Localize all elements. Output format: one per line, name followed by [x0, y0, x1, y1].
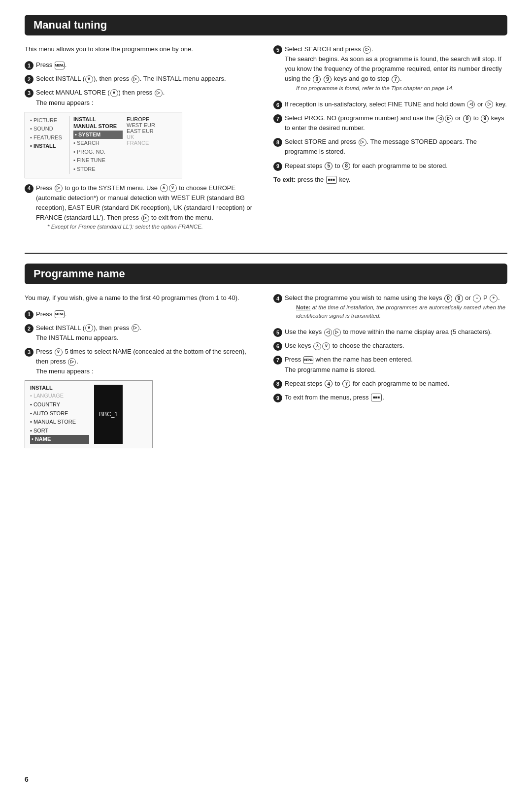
step-2-body: Select INSTALL (∨), then press ▷. The IN… — [36, 74, 259, 84]
step-1-4: 4 Press ▷ to go to the SYSTEM menu. Use … — [25, 183, 259, 234]
s2-step-9-body: To exit from the menus, press ■■■. — [285, 393, 507, 402]
s2-step-1-body: Press MENU. — [36, 309, 259, 319]
exit-icon: ■■■ — [326, 176, 337, 184]
step-9-body: Repeat steps 5 to 8 for each programme t… — [285, 161, 507, 171]
to-exit-label: To exit: — [273, 176, 296, 183]
step-1-press: Press — [36, 61, 54, 68]
s2-down-icon: ∨ — [55, 348, 63, 356]
s2-plus-icon: + — [490, 295, 498, 302]
num0b-icon: 0 — [463, 115, 471, 123]
s2-step-num-2: 2 — [25, 324, 33, 333]
step-1-1: 1 Press MENU. — [25, 60, 259, 70]
s2-right-icon: ▷ — [132, 324, 139, 332]
menu2-left: INSTALL • LANGUAGE • COUNTRY • AUTO STOR… — [30, 385, 89, 444]
section1-left-col: This menu allows you to store the progra… — [25, 44, 259, 238]
left2-icon: ◁ — [436, 115, 444, 123]
s2-menu-icon: MENU — [55, 310, 65, 318]
s2-step-8-body: Repeat steps 4 to 7 for each programme t… — [285, 379, 507, 389]
s2-step-5: 5 Use the keys ◁▷ to move within the nam… — [273, 327, 507, 337]
step-num-4: 4 — [25, 184, 33, 193]
step-1-2: 2 Select INSTALL (∨), then press ▷. The … — [25, 74, 259, 84]
s2-minus-icon: − — [473, 295, 481, 302]
menu2-header: INSTALL — [30, 385, 89, 391]
menu-item-progno: PROG. NO. — [73, 148, 123, 157]
menu-main: INSTALL MANUAL STORE • SYSTEM SEARCH PRO… — [73, 116, 123, 174]
s2-menu2-icon: MENU — [303, 356, 313, 364]
step-1-8: 8 Select STORE and press ▷. The message … — [273, 137, 507, 157]
step7-ref-icon: 7 — [392, 75, 399, 83]
s2-step-3-body: Press ∨ 5 times to select NAME (conceale… — [36, 347, 259, 376]
menu-europe: EUROPE — [127, 116, 155, 122]
menu-sidebar-features: FEATURES — [30, 133, 65, 142]
step-1-7: 7 Select PROG. NO (programme number) and… — [273, 113, 507, 133]
menu-item-search: SEARCH — [73, 139, 123, 148]
menu2-manualstore: • MANUAL STORE — [30, 418, 89, 427]
right2-icon: ▷ — [155, 89, 163, 97]
menu-france: FRANCE — [127, 140, 155, 146]
s2-updown-icon: ∨ — [85, 324, 93, 332]
section1-title: Manual tuning — [25, 15, 507, 35]
s2-step-num-5: 5 — [273, 328, 282, 337]
menu-westeur: WEST EUR — [127, 122, 155, 128]
s2-step-num-9: 9 — [273, 394, 282, 402]
right5-icon: ▷ — [363, 46, 371, 54]
step-3-body: Select MANUAL STORE (∨) then press ▷. Th… — [36, 88, 259, 107]
section-divider — [25, 253, 507, 254]
menu2-language: • LANGUAGE — [30, 392, 89, 400]
s2-step-6: 6 Use keys ∧∨ to choose the characters. — [273, 341, 507, 351]
section-manual-tuning: Manual tuning This menu allows you to st… — [25, 15, 507, 238]
s2-step4-ref: 4 — [325, 380, 332, 388]
menu-diagram-2: INSTALL • LANGUAGE • COUNTRY • AUTO STOR… — [25, 380, 153, 448]
section2-intro: You may, if you wish, give a name to the… — [25, 293, 259, 303]
menu2-name: • NAME — [30, 435, 89, 444]
s2-down2-icon: ∨ — [322, 342, 330, 350]
s2-step7-ref: 7 — [342, 380, 350, 388]
section1-right-col: 5 Select SEARCH and press ▷. The search … — [273, 44, 507, 238]
s2-step-4: 4 Select the programme you wish to name … — [273, 293, 507, 323]
menu-icon: MENU — [55, 62, 65, 69]
to-exit-body: To exit: press the ■■■ key. — [273, 175, 507, 185]
s2-step-4-note: Note: at the time of installation, the p… — [296, 303, 507, 321]
menu-easteur: EAST EUR — [127, 128, 155, 134]
s2-step-num-8: 8 — [273, 380, 282, 389]
menu-uk: UK — [127, 134, 155, 140]
s2-step-num-7: 7 — [273, 356, 282, 365]
menu-sidebar: PICTURE SOUND FEATURES INSTALL — [30, 116, 69, 174]
s2-step-8: 8 Repeat steps 4 to 7 for each programme… — [273, 379, 507, 389]
left-icon: ◁ — [467, 100, 475, 108]
menu-item-system: • SYSTEM — [73, 131, 123, 139]
step-num-1: 1 — [25, 61, 33, 70]
downup-icon: ∨ — [169, 184, 177, 192]
right3-icon: ▷ — [55, 184, 63, 192]
step-1-5: 5 Select SEARCH and press ▷. The search … — [273, 44, 507, 96]
step-5-body: Select SEARCH and press ▷. The search be… — [285, 44, 507, 96]
page-number: 6 — [25, 775, 29, 783]
step-num-6: 6 — [273, 100, 282, 109]
menu-diagram-1: PICTURE SOUND FEATURES INSTALL INSTALL M… — [25, 112, 182, 178]
s2-step-7-body: Press MENU when the name has been entere… — [285, 355, 507, 374]
s2-step-4-body: Select the programme you wish to name us… — [285, 293, 507, 323]
right-arrow-icon: ▷ — [132, 75, 139, 83]
s2-step-5-body: Use the keys ◁▷ to move within the name … — [285, 327, 507, 337]
menu2-sort: • SORT — [30, 427, 89, 435]
step-1-3: 3 Select MANUAL STORE (∨) then press ▷. … — [25, 88, 259, 107]
step-num-5: 5 — [273, 45, 282, 54]
menu-item-finetune: FINE TUNE — [73, 156, 123, 165]
step-num-7: 7 — [273, 114, 282, 123]
step-4-body: Press ▷ to go to the SYSTEM menu. Use ∧∨… — [36, 183, 259, 234]
s2-step-6-body: Use keys ∧∨ to choose the characters. — [285, 341, 507, 351]
menu2-autostore: • AUTO STORE — [30, 409, 89, 418]
s2-step-3: 3 Press ∨ 5 times to select NAME (concea… — [25, 347, 259, 376]
step-1-body: Press MENU. — [36, 60, 259, 70]
s2-step-num-4: 4 — [273, 294, 282, 303]
step-4-note: * Except for France (standard LL'): sele… — [47, 223, 259, 231]
menu-sidebar-install: INSTALL — [30, 142, 65, 151]
section2-title: Programme name — [25, 264, 507, 284]
step8-ref: 8 — [342, 162, 350, 170]
updown3-icon: ∧ — [160, 184, 168, 192]
s2-step-1: 1 Press MENU. — [25, 309, 259, 319]
right7-icon: ▷ — [445, 115, 453, 123]
up-down-icon: ∨ — [85, 75, 93, 83]
s2-step-num-3: 3 — [25, 348, 33, 357]
num0-icon: 0 — [313, 75, 321, 83]
